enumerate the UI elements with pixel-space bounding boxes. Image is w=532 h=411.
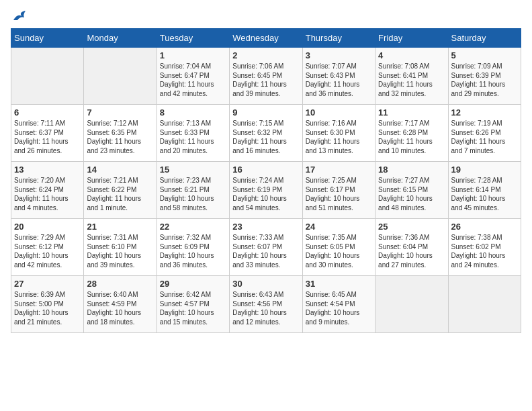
- calendar-cell: 16Sunrise: 7:24 AM Sunset: 6:19 PM Dayli…: [230, 162, 302, 219]
- cell-info: Sunrise: 7:25 AM Sunset: 6:17 PM Dayligh…: [306, 176, 372, 212]
- day-number: 27: [14, 279, 81, 289]
- day-number: 3: [306, 50, 372, 60]
- calendar-week-row: 13Sunrise: 7:20 AM Sunset: 6:24 PM Dayli…: [11, 162, 521, 219]
- weekday-header: Tuesday: [157, 29, 229, 48]
- calendar-cell: 6Sunrise: 7:11 AM Sunset: 6:37 PM Daylig…: [11, 105, 84, 162]
- calendar-cell: 24Sunrise: 7:35 AM Sunset: 6:05 PM Dayli…: [302, 219, 375, 276]
- weekday-header: Friday: [375, 29, 448, 48]
- cell-info: Sunrise: 7:19 AM Sunset: 6:26 PM Dayligh…: [451, 119, 518, 155]
- day-number: 13: [14, 165, 81, 175]
- cell-info: Sunrise: 7:32 AM Sunset: 6:09 PM Dayligh…: [160, 233, 226, 269]
- cell-info: Sunrise: 7:15 AM Sunset: 6:32 PM Dayligh…: [232, 119, 299, 155]
- cell-info: Sunrise: 7:07 AM Sunset: 6:43 PM Dayligh…: [306, 62, 372, 98]
- day-number: 23: [232, 222, 299, 232]
- cell-info: Sunrise: 7:17 AM Sunset: 6:28 PM Dayligh…: [378, 119, 445, 155]
- calendar-cell: 13Sunrise: 7:20 AM Sunset: 6:24 PM Dayli…: [11, 162, 84, 219]
- weekday-header: Sunday: [11, 29, 84, 48]
- calendar-cell: 28Sunrise: 6:40 AM Sunset: 4:59 PM Dayli…: [84, 276, 157, 333]
- calendar-cell: 1Sunrise: 7:04 AM Sunset: 6:47 PM Daylig…: [157, 48, 229, 105]
- calendar-header-row: SundayMondayTuesdayWednesdayThursdayFrid…: [11, 29, 521, 48]
- day-number: 31: [306, 279, 372, 289]
- cell-info: Sunrise: 7:04 AM Sunset: 6:47 PM Dayligh…: [160, 62, 226, 98]
- day-number: 9: [232, 107, 299, 118]
- calendar-cell: 18Sunrise: 7:27 AM Sunset: 6:15 PM Dayli…: [375, 162, 448, 219]
- calendar-cell: 19Sunrise: 7:28 AM Sunset: 6:14 PM Dayli…: [448, 162, 521, 219]
- calendar-cell: 5Sunrise: 7:09 AM Sunset: 6:39 PM Daylig…: [448, 48, 521, 105]
- day-number: 8: [160, 107, 226, 118]
- day-number: 26: [451, 222, 518, 232]
- cell-info: Sunrise: 7:36 AM Sunset: 6:04 PM Dayligh…: [378, 233, 445, 269]
- calendar-cell: [375, 276, 448, 333]
- cell-info: Sunrise: 7:29 AM Sunset: 6:12 PM Dayligh…: [14, 233, 81, 269]
- cell-info: Sunrise: 6:42 AM Sunset: 4:57 PM Dayligh…: [160, 290, 226, 326]
- day-number: 30: [232, 279, 299, 289]
- cell-info: Sunrise: 7:38 AM Sunset: 6:02 PM Dayligh…: [451, 233, 518, 269]
- day-number: 17: [306, 165, 372, 175]
- calendar-cell: 21Sunrise: 7:31 AM Sunset: 6:10 PM Dayli…: [84, 219, 157, 276]
- calendar-cell: 20Sunrise: 7:29 AM Sunset: 6:12 PM Dayli…: [11, 219, 84, 276]
- calendar-cell: [84, 48, 157, 105]
- calendar-cell: 14Sunrise: 7:21 AM Sunset: 6:22 PM Dayli…: [84, 162, 157, 219]
- calendar-cell: 4Sunrise: 7:08 AM Sunset: 6:41 PM Daylig…: [375, 48, 448, 105]
- day-number: 28: [87, 279, 153, 289]
- day-number: 6: [14, 107, 81, 118]
- day-number: 12: [451, 107, 518, 118]
- day-number: 24: [306, 222, 372, 232]
- cell-info: Sunrise: 7:12 AM Sunset: 6:35 PM Dayligh…: [87, 119, 153, 155]
- day-number: 4: [378, 50, 445, 60]
- cell-info: Sunrise: 7:09 AM Sunset: 6:39 PM Dayligh…: [451, 62, 518, 98]
- day-number: 7: [87, 107, 153, 118]
- day-number: 11: [378, 107, 445, 118]
- cell-info: Sunrise: 7:11 AM Sunset: 6:37 PM Dayligh…: [14, 119, 81, 155]
- calendar-cell: 26Sunrise: 7:38 AM Sunset: 6:02 PM Dayli…: [448, 219, 521, 276]
- cell-info: Sunrise: 7:24 AM Sunset: 6:19 PM Dayligh…: [232, 176, 299, 212]
- calendar-cell: 17Sunrise: 7:25 AM Sunset: 6:17 PM Dayli…: [302, 162, 375, 219]
- weekday-header: Wednesday: [230, 29, 302, 48]
- cell-info: Sunrise: 7:35 AM Sunset: 6:05 PM Dayligh…: [306, 233, 372, 269]
- cell-info: Sunrise: 7:08 AM Sunset: 6:41 PM Dayligh…: [378, 62, 445, 98]
- weekday-header: Monday: [84, 29, 157, 48]
- cell-info: Sunrise: 7:28 AM Sunset: 6:14 PM Dayligh…: [451, 176, 518, 212]
- day-number: 21: [87, 222, 153, 232]
- page-header: [11, 11, 521, 23]
- weekday-header: Thursday: [302, 29, 375, 48]
- calendar-cell: 11Sunrise: 7:17 AM Sunset: 6:28 PM Dayli…: [375, 105, 448, 162]
- calendar-week-row: 20Sunrise: 7:29 AM Sunset: 6:12 PM Dayli…: [11, 219, 521, 276]
- cell-info: Sunrise: 7:31 AM Sunset: 6:10 PM Dayligh…: [87, 233, 153, 269]
- calendar-cell: 12Sunrise: 7:19 AM Sunset: 6:26 PM Dayli…: [448, 105, 521, 162]
- cell-info: Sunrise: 6:45 AM Sunset: 4:54 PM Dayligh…: [306, 290, 372, 326]
- calendar-week-row: 1Sunrise: 7:04 AM Sunset: 6:47 PM Daylig…: [11, 48, 521, 105]
- calendar-cell: 10Sunrise: 7:16 AM Sunset: 6:30 PM Dayli…: [302, 105, 375, 162]
- weekday-header: Saturday: [448, 29, 521, 48]
- calendar-week-row: 27Sunrise: 6:39 AM Sunset: 5:00 PM Dayli…: [11, 276, 521, 333]
- day-number: 25: [378, 222, 445, 232]
- calendar-cell: 22Sunrise: 7:32 AM Sunset: 6:09 PM Dayli…: [157, 219, 229, 276]
- day-number: 14: [87, 165, 153, 175]
- calendar-cell: 9Sunrise: 7:15 AM Sunset: 6:32 PM Daylig…: [230, 105, 302, 162]
- calendar-cell: [11, 48, 84, 105]
- calendar-cell: 27Sunrise: 6:39 AM Sunset: 5:00 PM Dayli…: [11, 276, 84, 333]
- cell-info: Sunrise: 7:06 AM Sunset: 6:45 PM Dayligh…: [232, 62, 299, 98]
- calendar-cell: 8Sunrise: 7:13 AM Sunset: 6:33 PM Daylig…: [157, 105, 229, 162]
- cell-info: Sunrise: 7:33 AM Sunset: 6:07 PM Dayligh…: [232, 233, 299, 269]
- calendar-cell: 31Sunrise: 6:45 AM Sunset: 4:54 PM Dayli…: [302, 276, 375, 333]
- day-number: 22: [160, 222, 226, 232]
- calendar-cell: 25Sunrise: 7:36 AM Sunset: 6:04 PM Dayli…: [375, 219, 448, 276]
- cell-info: Sunrise: 7:20 AM Sunset: 6:24 PM Dayligh…: [14, 176, 81, 212]
- cell-info: Sunrise: 6:40 AM Sunset: 4:59 PM Dayligh…: [87, 290, 153, 326]
- day-number: 18: [378, 165, 445, 175]
- day-number: 19: [451, 165, 518, 175]
- day-number: 5: [451, 50, 518, 60]
- logo-bird-icon: [12, 11, 27, 23]
- day-number: 2: [232, 50, 299, 60]
- calendar-cell: 2Sunrise: 7:06 AM Sunset: 6:45 PM Daylig…: [230, 48, 302, 105]
- calendar-cell: 15Sunrise: 7:23 AM Sunset: 6:21 PM Dayli…: [157, 162, 229, 219]
- calendar-cell: 29Sunrise: 6:42 AM Sunset: 4:57 PM Dayli…: [157, 276, 229, 333]
- calendar-cell: [448, 276, 521, 333]
- cell-info: Sunrise: 7:21 AM Sunset: 6:22 PM Dayligh…: [87, 176, 153, 212]
- cell-info: Sunrise: 7:13 AM Sunset: 6:33 PM Dayligh…: [160, 119, 226, 155]
- cell-info: Sunrise: 6:43 AM Sunset: 4:56 PM Dayligh…: [232, 290, 299, 326]
- cell-info: Sunrise: 6:39 AM Sunset: 5:00 PM Dayligh…: [14, 290, 81, 326]
- calendar-week-row: 6Sunrise: 7:11 AM Sunset: 6:37 PM Daylig…: [11, 105, 521, 162]
- cell-info: Sunrise: 7:23 AM Sunset: 6:21 PM Dayligh…: [160, 176, 226, 212]
